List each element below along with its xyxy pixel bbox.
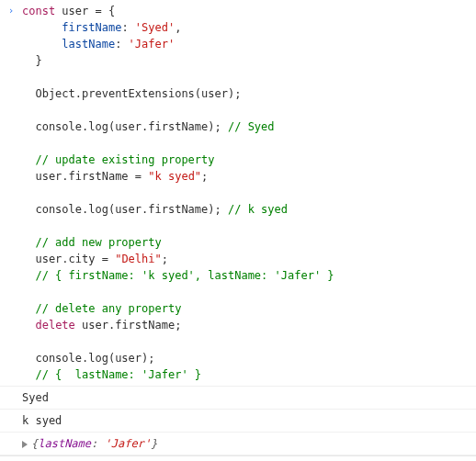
console-log-output-2: k syed: [0, 410, 476, 433]
console-input-block[interactable]: › const user = { firstName: 'Syed', last…: [0, 0, 476, 387]
console-log-output-1: Syed: [0, 387, 476, 410]
output-text: Syed: [22, 389, 49, 406]
code-block: const user = { firstName: 'Syed', lastNa…: [22, 3, 334, 383]
console-return-value: ‹ undefined: [0, 455, 476, 461]
output-text: k syed: [22, 412, 62, 429]
object-summary[interactable]: {lastName: 'Jafer'}: [22, 435, 157, 452]
keyword-const: const: [22, 5, 55, 17]
console-log-output-object[interactable]: {lastName: 'Jafer'}: [0, 433, 476, 455]
disclosure-triangle-icon[interactable]: [22, 441, 28, 448]
chevron-right-icon: ›: [6, 4, 16, 19]
